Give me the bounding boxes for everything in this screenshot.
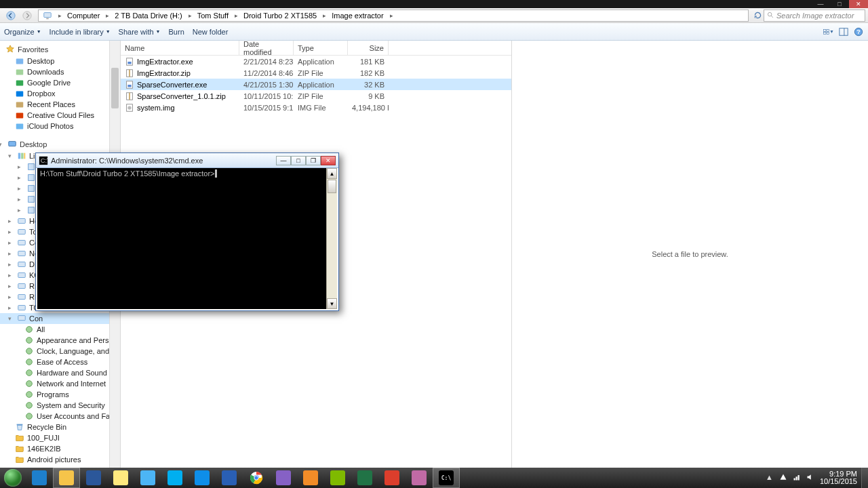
taskbar-item-wmp[interactable] [297, 468, 324, 488]
folder-item[interactable]: 146EK2IB [0, 443, 120, 454]
nav-back-button[interactable] [3, 9, 19, 22]
taskbar-item-tiles[interactable] [270, 468, 297, 488]
breadcrumb-seg-2[interactable]: Tom Stuff [193, 10, 233, 21]
window-maximize-button[interactable]: □ [830, 0, 849, 8]
taskbar-item-paint[interactable] [406, 468, 433, 488]
col-type[interactable]: Type [294, 41, 348, 55]
col-date[interactable]: Date modified [239, 41, 294, 55]
control-panel-item[interactable]: Programs [0, 389, 120, 400]
favorites-item[interactable]: Desktop [0, 56, 120, 66]
file-row[interactable]: system.img10/15/2015 9:18 PMIMG File4,19… [121, 102, 511, 113]
col-name[interactable]: Name [121, 41, 239, 55]
folder-item[interactable]: 100_FUJI [0, 432, 120, 443]
taskbar-item-note2[interactable] [324, 468, 351, 488]
taskbar-item-note[interactable] [107, 468, 134, 488]
file-row[interactable]: ImgExtractor.zip11/2/2014 8:46 AMZIP Fil… [121, 67, 511, 79]
node-icon [17, 260, 26, 269]
control-panel-item[interactable]: System and Security [0, 400, 120, 411]
taskbar-item-teamv[interactable] [189, 468, 216, 488]
taskbar-item-skype[interactable] [161, 468, 189, 488]
breadcrumb-path[interactable]: ▸ Computer▸ 2 TB Data Drive (H:)▸ Tom St… [38, 9, 749, 22]
share-with-menu[interactable]: Share with▼ [119, 28, 161, 36]
control-panel-node[interactable]: ▾Con [0, 313, 120, 324]
taskbar-item-chrome[interactable] [243, 468, 270, 488]
control-panel-item[interactable]: User Accounts and Family Safety [0, 411, 120, 422]
expand-icon[interactable]: ▾ [7, 153, 13, 159]
file-row[interactable]: SparseConverter_1.0.1.zip10/11/2015 10:1… [121, 90, 511, 102]
cmd-terminal[interactable]: H:\Tom Stuff\Droid Turbo 2 XT1585\Image … [37, 168, 326, 309]
svg-rect-49 [17, 424, 23, 426]
taskbar-item-red[interactable] [378, 468, 406, 488]
col-size[interactable]: Size [348, 41, 389, 55]
favorites-item[interactable]: Recent Places [0, 99, 120, 110]
control-panel-item[interactable]: Appearance and Personalization [0, 335, 120, 346]
breadcrumb-seg-4[interactable]: Image extractor [328, 10, 388, 21]
breadcrumb-seg-1[interactable]: 2 TB Data Drive (H:) [111, 10, 186, 21]
breadcrumb-seg-0[interactable]: Computer [63, 10, 104, 21]
cmd-minimize-button[interactable]: — [276, 156, 291, 165]
cmd-close-button[interactable]: ✕ [321, 156, 336, 165]
taskbar-item-folder[interactable] [53, 468, 80, 488]
taskbar-item-blue[interactable] [216, 468, 243, 488]
svg-point-40 [26, 327, 33, 333]
new-folder-button[interactable]: New folder [193, 28, 229, 36]
include-in-library-menu[interactable]: Include in library▼ [50, 28, 111, 36]
cp-category-icon [24, 411, 34, 421]
desktop-tree-header[interactable]: ▾Desktop [0, 138, 120, 150]
window-close-button[interactable]: ✕ [849, 0, 868, 8]
taskbar-item-xl[interactable] [351, 468, 378, 488]
show-desktop-button[interactable] [861, 468, 868, 488]
view-options-button[interactable]: ▼ [823, 26, 834, 37]
folder-icon [15, 56, 24, 66]
control-panel-item[interactable]: Hardware and Sound [0, 367, 120, 378]
taskbar-item-z[interactable] [134, 468, 161, 488]
control-panel-item[interactable]: Ease of Access [0, 357, 120, 367]
taskbar-item-ie[interactable] [26, 468, 53, 488]
control-panel-item[interactable]: All [0, 324, 120, 335]
tray-clock[interactable]: 9:19 PM 10/15/2015 [820, 470, 857, 485]
control-panel-item[interactable]: Clock, Language, and Region [0, 346, 120, 357]
search-input[interactable]: Search Image extractor [764, 9, 865, 22]
refresh-button[interactable] [751, 11, 764, 20]
folder-item[interactable]: Android pictures [0, 454, 120, 465]
window-minimize-button[interactable]: — [811, 0, 830, 8]
breadcrumb-seg-3[interactable]: Droid Turbo 2 XT1585 [239, 10, 321, 21]
taskbar-item-cmd[interactable]: C:\ [433, 468, 460, 488]
cp-category-icon [24, 401, 34, 410]
favorites-item[interactable]: Creative Cloud Files [0, 110, 120, 121]
scroll-down-button[interactable]: ▼ [327, 298, 337, 309]
cmd-scrollbar[interactable]: ▲ ▼ [326, 168, 337, 309]
file-row[interactable]: ImgExtractor.exe2/21/2014 8:23 PMApplica… [121, 56, 511, 67]
cp-category-icon [24, 379, 34, 388]
favorites-item[interactable]: Dropbox [0, 88, 120, 99]
nav-forward-button[interactable] [19, 9, 35, 22]
file-row[interactable]: SparseConverter.exe4/21/2015 1:30 AMAppl… [121, 79, 511, 90]
breadcrumb-computer-icon[interactable] [39, 10, 57, 21]
preview-pane-button[interactable] [838, 26, 849, 37]
start-button[interactable] [0, 468, 26, 488]
tray-show-hidden-icon[interactable]: ▲ [766, 473, 775, 483]
help-button[interactable]: ? [853, 26, 864, 37]
cmd-scroll-thumb[interactable] [328, 180, 336, 193]
favorites-header[interactable]: Favorites [0, 43, 120, 56]
cmd-restore-button[interactable]: ❐ [306, 156, 321, 165]
scroll-up-button[interactable]: ▲ [327, 168, 337, 179]
recycle-bin-node[interactable]: Recycle Bin [0, 422, 120, 432]
cmd-window[interactable]: C:\ Administrator: C:\Windows\system32\c… [35, 152, 339, 311]
tray-network-icon[interactable] [793, 473, 802, 483]
tray-action-center-icon[interactable] [779, 473, 789, 483]
scrollbar-thumb[interactable] [111, 68, 119, 108]
favorites-item[interactable]: iCloud Photos [0, 121, 120, 131]
expand-icon[interactable]: ▾ [0, 142, 3, 148]
cmd-titlebar[interactable]: C:\ Administrator: C:\Windows\system32\c… [36, 153, 338, 168]
favorites-item[interactable]: Downloads [0, 66, 120, 77]
control-panel-item[interactable]: Network and Internet [0, 378, 120, 389]
organize-menu[interactable]: Organize▼ [4, 28, 41, 36]
taskbar-item-word[interactable] [80, 468, 107, 488]
favorites-item[interactable]: Google Drive [0, 77, 120, 88]
teamv-icon [195, 470, 210, 485]
burn-button[interactable]: Burn [169, 28, 184, 36]
cmd-maximize-button[interactable]: □ [291, 156, 306, 165]
svg-rect-28 [28, 197, 35, 203]
tray-volume-icon[interactable] [806, 473, 816, 483]
